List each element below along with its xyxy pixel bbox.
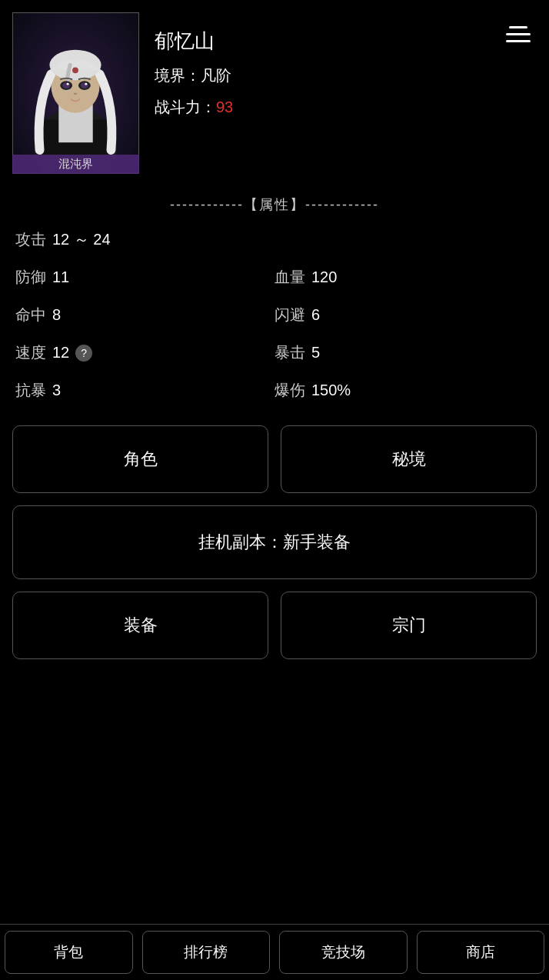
crit-attr: 暴击 5 bbox=[274, 342, 534, 363]
menu-line2 bbox=[506, 33, 531, 35]
power-value: 93 bbox=[216, 98, 233, 115]
realm-label: 境界： bbox=[155, 67, 201, 84]
hp-value: 120 bbox=[311, 268, 337, 286]
menu-button[interactable] bbox=[500, 12, 537, 49]
equipment-button[interactable]: 装备 bbox=[12, 592, 268, 659]
sect-button[interactable]: 宗门 bbox=[281, 592, 537, 659]
auto-dungeon-button[interactable]: 挂机副本：新手装备 bbox=[12, 505, 537, 579]
crit-label: 暴击 bbox=[274, 342, 305, 363]
header: 混沌界 郁忆山 境界：凡阶 战斗力：93 bbox=[0, 0, 549, 182]
avatar-wrapper: 混沌界 bbox=[12, 12, 139, 174]
char-info: 郁忆山 境界：凡阶 战斗力：93 bbox=[155, 12, 537, 118]
svg-point-13 bbox=[85, 83, 87, 85]
accuracy-attr: 命中 8 bbox=[15, 305, 274, 325]
svg-point-11 bbox=[81, 82, 88, 88]
backpack-button[interactable]: 背包 bbox=[5, 931, 133, 974]
speed-label: 速度 bbox=[15, 342, 46, 363]
power-label: 战斗力： bbox=[155, 98, 216, 115]
speed-crit-row: 速度 12 ? 暴击 5 bbox=[15, 342, 534, 363]
dodge-attr: 闪避 6 bbox=[274, 305, 534, 325]
attributes-section-title: ------------【属性】------------ bbox=[0, 195, 549, 214]
realm-value: 凡阶 bbox=[201, 67, 231, 84]
resist-label: 抗暴 bbox=[15, 380, 46, 401]
resist-attr: 抗暴 3 bbox=[15, 380, 274, 401]
resist-value: 3 bbox=[52, 382, 61, 399]
hp-attr: 血量 120 bbox=[274, 267, 534, 288]
character-name: 郁忆山 bbox=[155, 28, 537, 55]
hp-label: 血量 bbox=[274, 267, 305, 288]
accuracy-dodge-row: 命中 8 闪避 6 bbox=[15, 305, 534, 325]
attributes-section: 攻击 12 ～ 24 防御 11 血量 120 命中 8 闪避 6 速度 12 … bbox=[0, 229, 549, 401]
character-button[interactable]: 角色 bbox=[12, 425, 268, 493]
dodge-value: 6 bbox=[311, 306, 320, 324]
svg-point-14 bbox=[72, 67, 78, 73]
menu-line1 bbox=[509, 26, 527, 28]
defense-attr: 防御 11 bbox=[15, 267, 274, 288]
speed-attr: 速度 12 ? bbox=[15, 342, 274, 363]
svg-point-10 bbox=[62, 82, 70, 88]
critdmg-value: 150% bbox=[311, 382, 351, 399]
attack-value: 12 ～ 24 bbox=[52, 229, 111, 250]
secret-realm-button[interactable]: 秘境 bbox=[281, 425, 537, 493]
avatar-label: 混沌界 bbox=[12, 155, 139, 174]
attack-row: 攻击 12 ～ 24 bbox=[15, 229, 534, 250]
bottom-nav: 背包 排行榜 竞技场 商店 bbox=[0, 924, 549, 980]
defense-hp-row: 防御 11 血量 120 bbox=[15, 267, 534, 288]
shop-button[interactable]: 商店 bbox=[417, 931, 545, 974]
ranking-button[interactable]: 排行榜 bbox=[142, 931, 271, 974]
accuracy-label: 命中 bbox=[15, 305, 46, 325]
attack-attr: 攻击 12 ～ 24 bbox=[15, 229, 534, 250]
accuracy-value: 8 bbox=[52, 306, 61, 324]
character-realm: 境界：凡阶 bbox=[155, 65, 537, 86]
defense-value: 11 bbox=[52, 268, 69, 286]
attack-label: 攻击 bbox=[15, 229, 46, 250]
resist-critdmg-row: 抗暴 3 爆伤 150% bbox=[15, 380, 534, 401]
defense-label: 防御 bbox=[15, 267, 46, 288]
top-btn-row: 角色 秘境 bbox=[12, 425, 537, 493]
bottom-btn-row: 装备 宗门 bbox=[12, 592, 537, 659]
avatar bbox=[12, 12, 139, 174]
menu-line3 bbox=[506, 40, 531, 42]
arena-button[interactable]: 竞技场 bbox=[279, 931, 408, 974]
crit-value: 5 bbox=[311, 344, 320, 362]
dodge-label: 闪避 bbox=[274, 305, 305, 325]
buttons-area: 角色 秘境 挂机副本：新手装备 装备 宗门 bbox=[0, 418, 549, 679]
critdmg-label: 爆伤 bbox=[274, 380, 305, 401]
critdmg-attr: 爆伤 150% bbox=[274, 380, 534, 401]
svg-point-12 bbox=[67, 83, 69, 85]
speed-value: 12 bbox=[52, 344, 69, 362]
speed-help-icon[interactable]: ? bbox=[75, 345, 92, 362]
character-power: 战斗力：93 bbox=[155, 97, 537, 118]
